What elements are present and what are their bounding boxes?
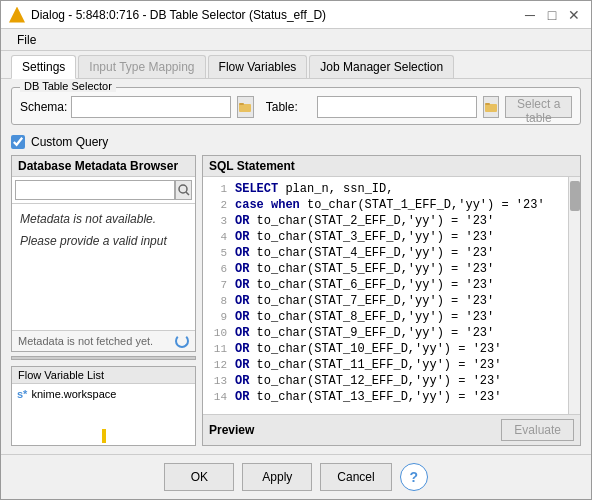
- right-panel: SQL Statement 1 SELECT plan_n, ssn_ID, 2…: [202, 155, 581, 446]
- schema-input[interactable]: [71, 96, 231, 118]
- app-icon: [9, 7, 25, 23]
- db-table-selector-group: DB Table Selector Schema: Table:: [11, 87, 581, 125]
- refresh-button[interactable]: [175, 334, 189, 348]
- sql-line: 5 OR to_char(STAT_4_EFF_D,'yy') = '23': [207, 245, 564, 261]
- flow-var-title: Flow Variable List: [12, 367, 195, 384]
- var-name: knime.workspace: [31, 388, 116, 400]
- sql-line: 9 OR to_char(STAT_8_EFF_D,'yy') = '23': [207, 309, 564, 325]
- minimize-button[interactable]: ─: [521, 6, 539, 24]
- sql-content-row: 1 SELECT plan_n, ssn_ID, 2 case when to_…: [203, 177, 580, 414]
- file-menu[interactable]: File: [9, 31, 44, 49]
- tab-input-type-mapping: Input Type Mapping: [78, 55, 205, 78]
- sql-line: 6 OR to_char(STAT_5_EFF_D,'yy') = '23': [207, 261, 564, 277]
- split-area: Database Metadata Browser Metadata is no…: [11, 155, 581, 446]
- sql-line: 13 OR to_char(STAT_12_EFF_D,'yy') = '23': [207, 373, 564, 389]
- sql-line: 10 OR to_char(STAT_9_EFF_D,'yy') = '23': [207, 325, 564, 341]
- title-controls: ─ □ ✕: [521, 6, 583, 24]
- sql-line: 7 OR to_char(STAT_6_EFF_D,'yy') = '23': [207, 277, 564, 293]
- scrollbar-thumb[interactable]: [570, 181, 580, 211]
- left-panel: Database Metadata Browser Metadata is no…: [11, 155, 196, 446]
- metadata-search-input[interactable]: [15, 180, 175, 200]
- bottom-bar: OK Apply Cancel ?: [1, 454, 591, 499]
- sql-editor[interactable]: 1 SELECT plan_n, ssn_ID, 2 case when to_…: [203, 177, 568, 414]
- list-item: s* knime.workspace: [15, 387, 192, 401]
- tab-flow-variables[interactable]: Flow Variables: [208, 55, 308, 78]
- metadata-footer: Metadata is not fetched yet.: [12, 330, 195, 351]
- custom-query-row: Custom Query: [11, 135, 581, 149]
- metadata-box: Database Metadata Browser Metadata is no…: [11, 155, 196, 352]
- content-area: DB Table Selector Schema: Table:: [1, 79, 591, 454]
- scroll-indicator: [11, 356, 196, 362]
- cancel-button[interactable]: Cancel: [320, 463, 391, 491]
- evaluate-button[interactable]: Evaluate: [501, 419, 574, 441]
- apply-button[interactable]: Apply: [242, 463, 312, 491]
- search-icon: [178, 184, 190, 196]
- maximize-button[interactable]: □: [543, 6, 561, 24]
- var-type-icon: s*: [17, 388, 27, 400]
- metadata-footer-text: Metadata is not fetched yet.: [18, 335, 153, 347]
- svg-rect-3: [485, 103, 490, 105]
- table-label: Table:: [266, 100, 311, 114]
- sql-panel-title: SQL Statement: [203, 156, 580, 177]
- sql-line: 12 OR to_char(STAT_11_EFF_D,'yy') = '23': [207, 357, 564, 373]
- ok-button[interactable]: OK: [164, 463, 234, 491]
- select-table-button[interactable]: Select a table: [505, 96, 572, 118]
- scroll-track[interactable]: [11, 356, 196, 360]
- title-bar: Dialog - 5:848:0:716 - DB Table Selector…: [1, 1, 591, 29]
- help-button[interactable]: ?: [400, 463, 428, 491]
- sql-scrollbar[interactable]: [568, 177, 580, 414]
- svg-point-4: [179, 185, 187, 193]
- schema-browse-button[interactable]: [237, 96, 254, 118]
- table-input[interactable]: [317, 96, 477, 118]
- preview-bar: Preview Evaluate: [203, 414, 580, 445]
- main-window: Dialog - 5:848:0:716 - DB Table Selector…: [0, 0, 592, 500]
- sql-line: 2 case when to_char(STAT_1_EFF_D,'yy') =…: [207, 197, 564, 213]
- yellow-indicator: [102, 429, 106, 443]
- folder-icon: [239, 101, 251, 113]
- close-button[interactable]: ✕: [565, 6, 583, 24]
- metadata-line1: Metadata is not available.: [20, 212, 187, 226]
- svg-rect-0: [239, 104, 251, 112]
- svg-rect-1: [239, 103, 244, 105]
- svg-line-5: [186, 192, 189, 195]
- schema-label: Schema:: [20, 100, 65, 114]
- sql-line: 11 OR to_char(STAT_10_EFF_D,'yy') = '23': [207, 341, 564, 357]
- sql-line: 1 SELECT plan_n, ssn_ID,: [207, 181, 564, 197]
- tab-job-manager[interactable]: Job Manager Selection: [309, 55, 454, 78]
- custom-query-label: Custom Query: [31, 135, 108, 149]
- flow-var-content: s* knime.workspace: [12, 384, 195, 427]
- custom-query-checkbox[interactable]: [11, 135, 25, 149]
- menu-bar: File: [1, 29, 591, 51]
- sql-line: 14 OR to_char(STAT_13_EFF_D,'yy') = '23': [207, 389, 564, 405]
- table-browse-button[interactable]: [483, 96, 500, 118]
- flow-variable-box: Flow Variable List s* knime.workspace: [11, 366, 196, 446]
- metadata-line2: [20, 226, 187, 234]
- metadata-title: Database Metadata Browser: [12, 156, 195, 177]
- metadata-content: Metadata is not available. Please provid…: [12, 204, 195, 330]
- sql-line: 3 OR to_char(STAT_2_EFF_D,'yy') = '23': [207, 213, 564, 229]
- metadata-search-row: [12, 177, 195, 204]
- yellow-indicator-area: [12, 427, 195, 445]
- svg-rect-2: [485, 104, 497, 112]
- window-title: Dialog - 5:848:0:716 - DB Table Selector…: [31, 8, 326, 22]
- group-title: DB Table Selector: [20, 80, 116, 92]
- sql-line: 4 OR to_char(STAT_3_EFF_D,'yy') = '23': [207, 229, 564, 245]
- tabs-row: Settings Input Type Mapping Flow Variabl…: [1, 51, 591, 79]
- preview-label: Preview: [209, 423, 254, 437]
- schema-row: Schema: Table: Select a table: [20, 96, 572, 118]
- metadata-line3: Please provide a valid input: [20, 234, 187, 248]
- tab-settings[interactable]: Settings: [11, 55, 76, 79]
- metadata-search-button[interactable]: [175, 180, 192, 200]
- folder-icon-2: [485, 101, 497, 113]
- sql-line: 8 OR to_char(STAT_7_EFF_D,'yy') = '23': [207, 293, 564, 309]
- title-bar-left: Dialog - 5:848:0:716 - DB Table Selector…: [9, 7, 326, 23]
